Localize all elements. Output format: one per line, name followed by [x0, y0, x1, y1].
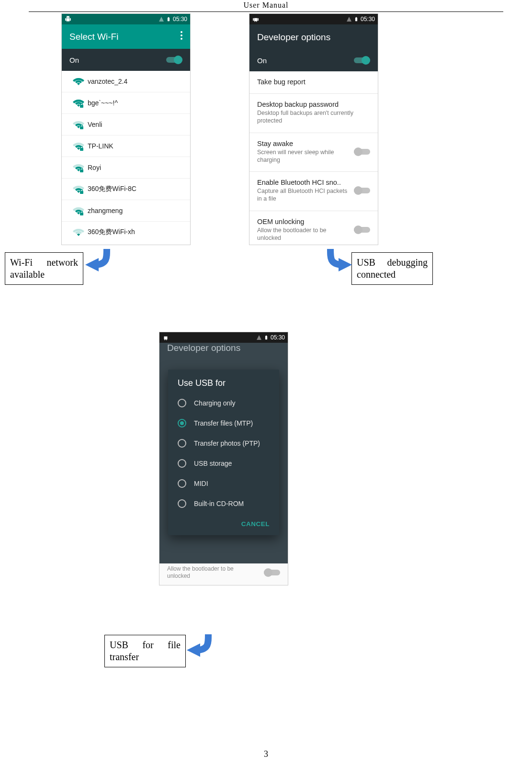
wifi-network-name: vanzotec_2.4: [88, 78, 127, 85]
wifi-signal-icon: [69, 120, 88, 129]
radio-icon[interactable]: [178, 419, 186, 428]
android-icon: [252, 16, 259, 22]
wifi-network-item[interactable]: 360免费WiFi-xh: [62, 222, 190, 243]
svg-rect-5: [80, 148, 83, 151]
dev-item-title: Take bug report: [257, 78, 370, 86]
wifi-screenshot: 05:30 Select Wi-Fi On vanzotec_2.4bge`~~…: [61, 13, 191, 245]
dev-option-item[interactable]: Stay awakeScreen will never sleep while …: [249, 133, 378, 172]
dev-options-list: Take bug reportDesktop backup passwordDe…: [249, 71, 378, 245]
wifi-network-list: vanzotec_2.4bge`~~~!^VenliTP-LINKRoyi360…: [62, 71, 190, 243]
no-sim-icon: [346, 16, 352, 22]
status-bar: 05:30: [159, 332, 288, 343]
svg-rect-4: [80, 126, 83, 129]
dev-item-title: Enable Bluetooth HCI sno..: [257, 179, 349, 186]
wifi-network-item[interactable]: TP-LINK: [62, 135, 190, 157]
usb-options-list: Charging onlyTransfer files (MTP)Transfe…: [168, 393, 279, 514]
battery-icon: [264, 334, 269, 341]
dev-item-subtitle: Capture all Bluetooth HCI packets in a f…: [257, 187, 349, 203]
dev-option-item[interactable]: OEM unlockingAllow the bootloader to be …: [249, 211, 378, 246]
usb-strip-text: Allow the bootloader to be unlocked: [167, 565, 244, 580]
radio-icon[interactable]: [178, 459, 186, 468]
dev-item-title: Stay awake: [257, 140, 349, 147]
wifi-signal-icon: [69, 98, 88, 108]
usb-option-item[interactable]: Charging only: [168, 393, 279, 413]
wifi-signal-icon: [69, 163, 88, 172]
svg-point-2: [181, 38, 182, 40]
wifi-on-label: On: [69, 56, 79, 64]
wifi-network-item[interactable]: vanzotec_2.4: [62, 71, 190, 92]
status-time: 05:30: [361, 16, 375, 22]
doc-header-rule: [29, 11, 503, 12]
dev-header-title: Developer options: [257, 32, 330, 42]
callout-wifi-available: Wi-Fi network available: [5, 252, 83, 285]
radio-icon[interactable]: [178, 479, 186, 488]
wifi-network-item[interactable]: bge`~~~!^: [62, 92, 190, 114]
dev-item-toggle[interactable]: [354, 186, 370, 195]
wifi-network-name: 360免费WiFi-xh: [88, 228, 135, 236]
usb-option-item[interactable]: Transfer files (MTP): [168, 413, 279, 433]
usb-option-label: Charging only: [194, 399, 235, 407]
doc-header: User Manual: [0, 0, 532, 12]
svg-marker-11: [187, 643, 200, 657]
dev-option-item[interactable]: Desktop backup passwordDesktop full back…: [249, 94, 378, 133]
wifi-signal-icon: [69, 206, 88, 215]
usb-option-item[interactable]: Transfer photos (PTP): [168, 433, 279, 453]
radio-icon[interactable]: [178, 499, 186, 508]
usb-option-item[interactable]: USB storage: [168, 453, 279, 473]
wifi-network-item[interactable]: zhangmeng: [62, 200, 190, 222]
svg-point-1: [181, 34, 182, 36]
wifi-network-name: TP-LINK: [88, 142, 113, 150]
dev-item-title: Desktop backup password: [257, 101, 370, 108]
dev-on-row[interactable]: On: [249, 51, 378, 71]
svg-rect-3: [80, 105, 83, 108]
usb-bg-header: Developer options: [167, 343, 240, 353]
dev-on-label: On: [257, 56, 267, 65]
status-bar: 05:30: [62, 14, 190, 24]
svg-rect-7: [80, 191, 83, 194]
dev-option-item[interactable]: Take bug report: [249, 71, 378, 94]
android-icon: [162, 334, 169, 341]
usb-option-label: Built-in CD-ROM: [194, 500, 244, 507]
usb-option-item[interactable]: MIDI: [168, 473, 279, 494]
wifi-on-row[interactable]: On: [62, 49, 190, 71]
wifi-network-name: 360免费WiFi-8C: [88, 185, 136, 193]
callout-usb-file-transfer: USB for file transfer: [104, 635, 186, 667]
wifi-network-name: Royi: [88, 164, 101, 171]
wifi-network-item[interactable]: Venli: [62, 114, 190, 135]
cancel-button[interactable]: CANCEL: [168, 514, 279, 532]
dev-item-subtitle: Allow the bootloader to be unlocked: [257, 226, 349, 242]
wifi-header: Select Wi-Fi: [62, 24, 190, 49]
oem-toggle-dimmed: [264, 568, 280, 577]
status-time: 05:30: [173, 16, 187, 22]
battery-icon: [354, 16, 359, 22]
radio-icon[interactable]: [178, 439, 186, 448]
dev-item-subtitle: Screen will never sleep while charging: [257, 148, 349, 164]
wifi-network-item[interactable]: Royi: [62, 157, 190, 179]
svg-marker-9: [85, 258, 99, 271]
usb-option-item[interactable]: Built-in CD-ROM: [168, 494, 279, 514]
wifi-toggle[interactable]: [166, 56, 182, 64]
dev-item-toggle[interactable]: [354, 225, 370, 234]
radio-icon[interactable]: [178, 399, 186, 407]
status-bar: 05:30: [249, 14, 378, 24]
usb-option-label: MIDI: [194, 480, 208, 487]
battery-icon: [166, 16, 171, 22]
dev-toggle[interactable]: [354, 56, 370, 65]
svg-marker-10: [339, 258, 352, 271]
wifi-network-name: Venli: [88, 121, 102, 128]
wifi-network-name: zhangmeng: [88, 207, 123, 214]
wifi-signal-icon: [69, 184, 88, 194]
wifi-signal-icon: [69, 141, 88, 151]
usb-bottom-strip: Allow the bootloader to be unlocked: [159, 563, 288, 585]
doc-header-title: User Manual: [0, 1, 532, 10]
arrow-icon: [85, 247, 119, 275]
usb-dialog-screenshot: 05:30 Developer options Use USB for Char…: [159, 332, 288, 585]
wifi-network-item[interactable]: 360免费WiFi-8C: [62, 179, 190, 200]
overflow-menu-icon[interactable]: [181, 31, 182, 42]
dev-item-toggle[interactable]: [354, 147, 370, 156]
dev-option-item[interactable]: Enable Bluetooth HCI sno..Capture all Bl…: [249, 172, 378, 211]
wifi-signal-icon: [69, 77, 88, 86]
arrow-icon: [318, 247, 352, 275]
callout-usb-debugging: USB debugging connected: [351, 252, 433, 285]
android-icon: [65, 16, 71, 22]
